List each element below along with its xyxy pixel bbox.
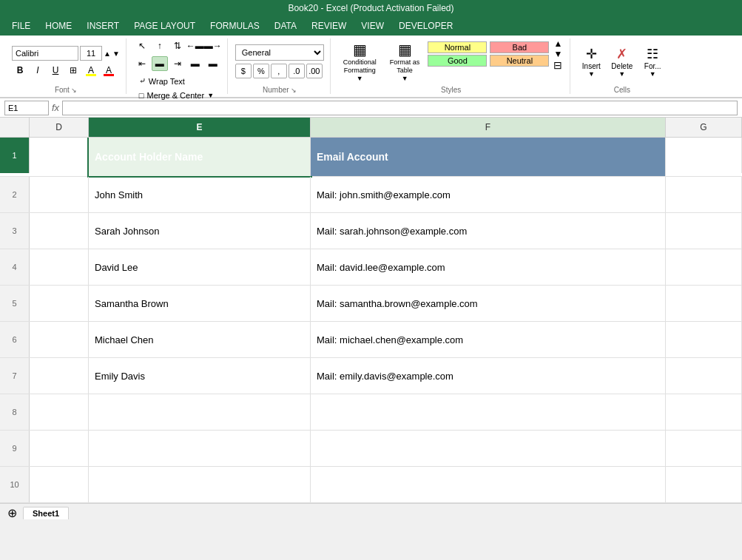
row-number[interactable]: 8	[0, 394, 30, 430]
row-number[interactable]: 3	[0, 213, 30, 249]
format-cells-button[interactable]: ☷ For... ▼	[639, 44, 666, 80]
menu-view[interactable]: VIEW	[355, 19, 390, 33]
row-number[interactable]: 1	[0, 138, 30, 173]
font-size-up-icon[interactable]: ▲	[104, 50, 111, 58]
font-size-input[interactable]	[80, 46, 102, 61]
align-middle-icon[interactable]: ⇅	[169, 38, 186, 53]
cell-e1[interactable]: Account Holder Name	[89, 138, 311, 176]
menu-home[interactable]: HOME	[39, 19, 78, 33]
neutral-style[interactable]: Neutral	[490, 55, 549, 67]
delete-dropdown-icon[interactable]: ▼	[618, 70, 625, 78]
align-right-icon[interactable]: ⇥	[169, 56, 186, 71]
cell-g3[interactable]	[666, 213, 742, 249]
cell-d2[interactable]	[30, 177, 89, 212]
font-name-box[interactable]	[12, 46, 78, 61]
fill-color-button[interactable]: A	[83, 63, 99, 78]
cell-f4[interactable]: Mail: david.lee@example.com	[311, 249, 666, 285]
cell-d6[interactable]	[30, 322, 89, 357]
bold-button[interactable]: B	[12, 63, 28, 78]
align-top-left-icon[interactable]: ↖	[134, 38, 150, 53]
number-format-select[interactable]: General Number Currency Date Text	[235, 44, 324, 61]
cell-e3[interactable]: Sarah Johnson	[89, 213, 311, 249]
cf-dropdown-icon[interactable]: ▼	[357, 75, 363, 82]
format-as-table-button[interactable]: ▦ Format asTable ▼	[385, 38, 425, 84]
cell-e8[interactable]	[89, 394, 311, 430]
cell-f2[interactable]: Mail: john.smith@example.com	[311, 177, 666, 212]
cell-d9[interactable]	[30, 431, 89, 466]
cell-g10[interactable]	[666, 467, 742, 502]
font-size-down-icon[interactable]: ▼	[112, 50, 120, 58]
insert-dropdown-icon[interactable]: ▼	[588, 70, 595, 78]
increase-indent-icon[interactable]: ▬→	[205, 38, 221, 53]
cell-g7[interactable]	[666, 358, 742, 394]
align-distribute-icon[interactable]: ▬	[205, 56, 221, 71]
cell-g8[interactable]	[666, 394, 742, 430]
col-header-d[interactable]: D	[30, 118, 89, 137]
format-table-dropdown-icon[interactable]: ▼	[402, 75, 408, 82]
col-header-f[interactable]: F	[311, 118, 666, 137]
cell-e4[interactable]: David Lee	[89, 249, 311, 285]
cell-f9[interactable]	[311, 431, 666, 466]
cell-f8[interactable]	[311, 394, 666, 430]
cell-g5[interactable]	[666, 286, 742, 321]
cell-g9[interactable]	[666, 431, 742, 466]
menu-developer[interactable]: DEVELOPER	[393, 19, 459, 33]
formula-input[interactable]	[62, 101, 738, 115]
wrap-text-button[interactable]: ⤶ Wrap Text	[134, 74, 219, 88]
align-left-icon[interactable]: ⇤	[134, 56, 150, 71]
cell-f10[interactable]	[311, 467, 666, 502]
bad-style[interactable]: Bad	[490, 41, 549, 53]
row-number[interactable]: 10	[0, 467, 30, 502]
menu-review[interactable]: REVIEW	[306, 19, 352, 33]
font-name-input[interactable]	[12, 46, 78, 61]
percent-button[interactable]: %	[253, 64, 269, 78]
cell-g2[interactable]	[666, 177, 742, 212]
cell-f6[interactable]: Mail: michael.chen@example.com	[311, 322, 666, 357]
format-dropdown-icon[interactable]: ▼	[650, 70, 656, 78]
sheet-tab-1[interactable]: Sheet1	[23, 507, 69, 519]
cell-d7[interactable]	[30, 358, 89, 394]
menu-file[interactable]: FILE	[6, 19, 36, 33]
cell-e7[interactable]: Emily Davis	[89, 358, 311, 394]
menu-insert[interactable]: INSERT	[81, 19, 125, 33]
cell-d3[interactable]	[30, 213, 89, 249]
underline-button[interactable]: U	[47, 63, 64, 78]
cell-d4[interactable]	[30, 249, 89, 285]
cell-e2[interactable]: John Smith	[89, 177, 311, 212]
menu-data[interactable]: DATA	[269, 19, 303, 33]
decrease-decimal-button[interactable]: .0	[289, 64, 305, 78]
cell-d1[interactable]	[30, 138, 89, 173]
insert-cells-button[interactable]: ✛ Insert ▼	[578, 44, 604, 80]
cell-e9[interactable]	[89, 431, 311, 466]
cell-e5[interactable]: Samantha Brown	[89, 286, 311, 321]
col-header-g[interactable]: G	[666, 118, 742, 137]
row-number[interactable]: 2	[0, 177, 30, 212]
styles-scroll-down[interactable]: ▼	[553, 49, 562, 59]
italic-button[interactable]: I	[30, 63, 46, 78]
cell-f7[interactable]: Mail: emily.davis@example.com	[311, 358, 666, 394]
cell-d10[interactable]	[30, 467, 89, 502]
menu-page-layout[interactable]: PAGE LAYOUT	[128, 19, 201, 33]
decrease-indent-icon[interactable]: ←▬	[187, 38, 203, 53]
cell-d5[interactable]	[30, 286, 89, 321]
normal-style[interactable]: Normal	[428, 41, 487, 53]
number-group-expand-icon[interactable]: ↘	[291, 87, 297, 94]
font-group-expand-icon[interactable]: ↘	[71, 87, 77, 94]
delete-cells-button[interactable]: ✗ Delete ▼	[607, 44, 636, 80]
align-top-center-icon[interactable]: ↑	[152, 38, 168, 53]
conditional-formatting-button[interactable]: ▦ ConditionalFormatting ▼	[338, 38, 382, 84]
col-header-e[interactable]: E	[89, 118, 311, 137]
styles-scroll-more[interactable]: ⊟	[553, 59, 562, 71]
align-center-icon[interactable]: ▬	[152, 56, 168, 71]
comma-button[interactable]: ,	[271, 64, 287, 78]
cell-f5[interactable]: Mail: samantha.brown@example.com	[311, 286, 666, 321]
cell-e6[interactable]: Michael Chen	[89, 322, 311, 357]
row-number[interactable]: 7	[0, 358, 30, 394]
add-sheet-button[interactable]: ⊕	[3, 506, 21, 520]
cell-reference-input[interactable]	[4, 101, 49, 115]
cell-f1[interactable]: Email Account	[311, 138, 666, 176]
currency-button[interactable]: $	[235, 64, 252, 78]
cell-e10[interactable]	[89, 467, 311, 502]
menu-formulas[interactable]: FORMULAS	[204, 19, 266, 33]
row-number[interactable]: 5	[0, 286, 30, 321]
